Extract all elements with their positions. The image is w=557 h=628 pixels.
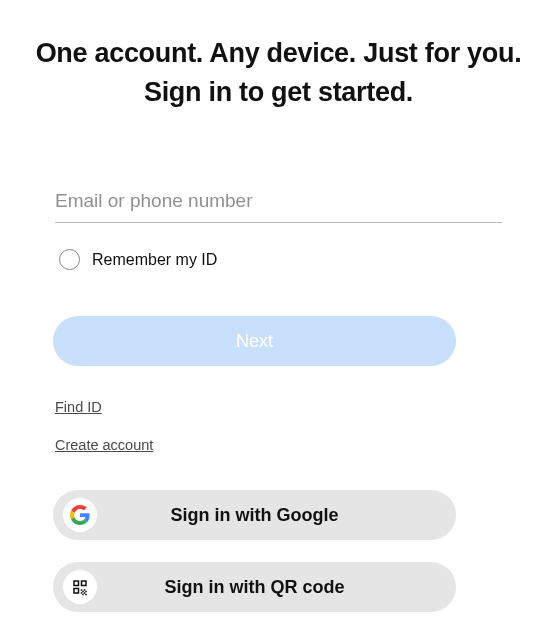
next-button[interactable]: Next	[53, 316, 456, 366]
qr-signin-label: Sign in with QR code	[165, 577, 345, 598]
create-account-link[interactable]: Create account	[55, 437, 153, 453]
signin-form: Remember my ID Next Find ID Create accou…	[0, 184, 557, 612]
remember-label: Remember my ID	[92, 251, 217, 269]
google-signin-button[interactable]: Sign in with Google	[53, 490, 456, 540]
qr-signin-button[interactable]: Sign in with QR code	[53, 562, 456, 612]
qr-code-icon	[63, 570, 97, 604]
page-title: One account. Any device. Just for you. S…	[30, 34, 527, 112]
google-logo-icon	[63, 498, 97, 532]
google-signin-label: Sign in with Google	[171, 505, 339, 526]
remember-row: Remember my ID	[55, 249, 502, 270]
find-id-link[interactable]: Find ID	[55, 399, 102, 415]
remember-checkbox[interactable]	[59, 249, 80, 270]
email-field[interactable]	[55, 184, 502, 223]
